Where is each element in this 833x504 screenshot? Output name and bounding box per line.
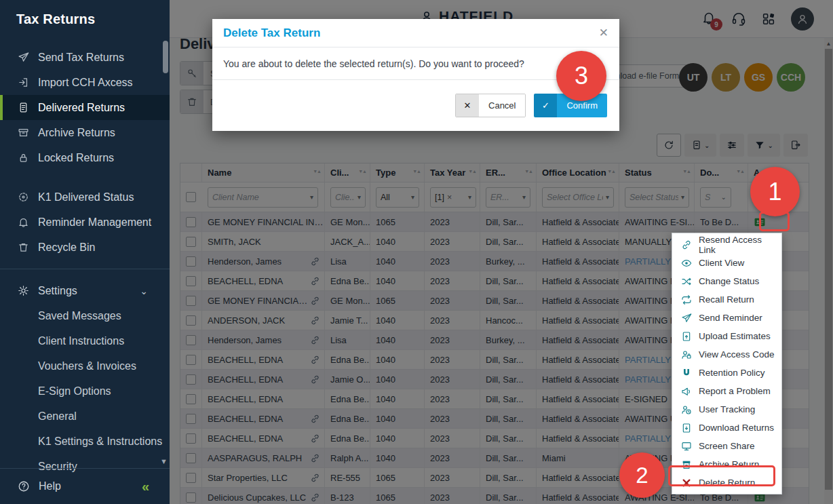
context-menu-item[interactable]: Download Returns xyxy=(672,419,781,437)
sidebar-scroll-down-icon[interactable]: ▼ xyxy=(160,457,168,465)
modal-header: Delete Tax Return ✕ xyxy=(212,19,619,47)
context-menu-item-label: View Access Code xyxy=(699,349,775,360)
megaphone-icon xyxy=(681,386,692,397)
eye-icon xyxy=(681,258,692,269)
sidebar-item[interactable]: Import CCH Axcess xyxy=(0,70,170,95)
sidebar-item-label: Reminder Management xyxy=(38,216,151,229)
context-menu-item[interactable]: Upload Estimates xyxy=(672,327,781,345)
sidebar-item[interactable]: Locked Returns xyxy=(0,145,170,170)
modal-title: Delete Tax Return xyxy=(223,26,320,40)
import-icon xyxy=(18,77,29,88)
context-menu-item[interactable]: Send Reminder xyxy=(672,309,781,327)
k1-icon xyxy=(18,191,29,203)
context-menu-item-label: Upload Estimates xyxy=(699,331,771,341)
sidebar-subitem-label: Saved Messages xyxy=(38,310,121,322)
sidebar-item-label: Send Tax Returns xyxy=(38,52,124,64)
context-menu-item[interactable]: Change Status xyxy=(672,272,781,290)
sidebar-scrollbar-thumb[interactable] xyxy=(163,41,168,73)
sidebar-nav: Send Tax Returns Import CCH Axcess Deliv… xyxy=(0,38,170,260)
doc-icon xyxy=(18,102,29,113)
annotation-step-2: 2 xyxy=(619,452,665,498)
close-icon[interactable]: ✕ xyxy=(599,26,608,40)
settings-subnav: Saved Messages Client Instructions Vouch… xyxy=(0,303,170,479)
sidebar-item-label: Delivered Returns xyxy=(38,102,125,114)
send-icon xyxy=(18,52,29,63)
annotation-step-3: 3 xyxy=(556,51,606,101)
sidebar-subitem-label: Client Instructions xyxy=(38,335,124,347)
annotation-highlight-delete xyxy=(668,465,775,486)
context-menu-item-label: User Tracking xyxy=(699,404,755,414)
userclock-icon xyxy=(681,404,692,415)
monitor-icon xyxy=(681,441,692,452)
lock-icon xyxy=(18,152,29,163)
context-menu-item-label: Send Reminder xyxy=(699,313,762,323)
upload-icon xyxy=(681,331,692,342)
cancel-label: Cancel xyxy=(479,94,525,117)
context-menu-item[interactable]: Report a Problem xyxy=(672,382,781,400)
help-label: Help xyxy=(39,480,61,492)
sidebar-subitem[interactable]: K1 Settings & Instructions xyxy=(0,429,170,454)
send-icon xyxy=(681,313,692,324)
link-icon xyxy=(681,239,692,250)
context-menu-item-label: Report a Problem xyxy=(699,386,771,396)
context-menu-item-label: Recall Return xyxy=(699,294,754,305)
context-menu-item-label: Change Status xyxy=(699,276,759,286)
context-menu-item[interactable]: Screen Share xyxy=(672,437,781,455)
sidebar-subitem[interactable]: General xyxy=(0,404,170,429)
context-menu-item[interactable]: User Tracking xyxy=(672,400,781,419)
x-icon: ✕ xyxy=(456,94,479,117)
settings-label: Settings xyxy=(38,285,77,297)
check-icon: ✓ xyxy=(534,94,557,117)
context-menu-item-label: Client View xyxy=(699,258,744,268)
sidebar-item[interactable]: Recycle Bin xyxy=(0,235,170,260)
sidebar-item-label: K1 Delivered Status xyxy=(38,191,134,203)
sidebar-item-settings[interactable]: Settings ⌄ xyxy=(0,278,170,303)
sidebar-item[interactable]: K1 Delivered Status xyxy=(0,185,170,210)
magnet-icon xyxy=(681,368,692,379)
context-menu-item-label: Download Returns xyxy=(699,423,774,433)
sidebar-item[interactable]: Reminder Management xyxy=(0,210,170,235)
sidebar-item-label: Import CCH Axcess xyxy=(38,77,133,89)
shuffle-icon xyxy=(681,276,692,287)
gear-icon xyxy=(18,285,29,296)
annotation-highlight-ellipsis xyxy=(759,212,790,231)
sidebar-subitem[interactable]: E-Sign Options xyxy=(0,379,170,404)
sidebar-subitem-label: General xyxy=(38,410,77,423)
window-title: Tax Returns xyxy=(16,12,95,27)
sidebar-item[interactable]: Send Tax Returns xyxy=(0,45,170,70)
context-menu-item-label: Resend Access Link xyxy=(699,235,776,255)
sidebar-item-label: Recycle Bin xyxy=(38,241,95,254)
trash-icon xyxy=(18,241,29,253)
help-icon xyxy=(18,480,30,492)
sidebar-divider xyxy=(0,269,170,269)
context-menu-item[interactable]: View Access Code xyxy=(672,345,781,364)
context-menu-item[interactable]: Recall Return xyxy=(672,290,781,309)
sidebar-item-label: Archive Returns xyxy=(38,127,115,139)
chevron-down-icon: ⌄ xyxy=(140,286,148,296)
userlock-icon xyxy=(681,349,692,360)
sidebar-item[interactable]: Delivered Returns xyxy=(0,95,170,120)
sidebar-item-help[interactable]: Help « xyxy=(0,468,170,504)
sidebar-item[interactable]: Archive Returns xyxy=(0,120,170,145)
sidebar-subitem[interactable]: Saved Messages xyxy=(0,303,170,328)
context-menu-item[interactable]: Resend Access Link xyxy=(672,235,781,254)
sidebar-header: Tax Returns xyxy=(0,0,170,38)
collapse-sidebar-icon[interactable]: « xyxy=(142,479,149,495)
context-menu-item-label: Retention Policy xyxy=(699,368,765,378)
context-menu-item[interactable]: Retention Policy xyxy=(672,364,781,382)
context-menu-item[interactable]: Client View xyxy=(672,254,781,272)
sidebar-subitem-label: K1 Settings & Instructions xyxy=(38,435,162,448)
context-menu-item-label: Screen Share xyxy=(699,441,755,451)
archive-icon xyxy=(18,127,29,138)
sidebar-subitem[interactable]: Client Instructions xyxy=(0,328,170,353)
download-icon xyxy=(681,423,692,433)
sidebar-item-label: Locked Returns xyxy=(38,152,114,164)
sidebar-subitem-label: E-Sign Options xyxy=(38,385,111,398)
row-actions-context-menu: Resend Access Link Client View Change St… xyxy=(672,233,782,495)
sidebar-subitem[interactable]: Vouchers & Invoices xyxy=(0,353,170,379)
sidebar: Send Tax Returns Import CCH Axcess Deliv… xyxy=(0,38,170,504)
recall-icon xyxy=(681,294,692,305)
sidebar-subitem-label: Vouchers & Invoices xyxy=(38,360,136,372)
cancel-button[interactable]: ✕ Cancel xyxy=(455,94,526,117)
bell-icon xyxy=(18,216,29,228)
